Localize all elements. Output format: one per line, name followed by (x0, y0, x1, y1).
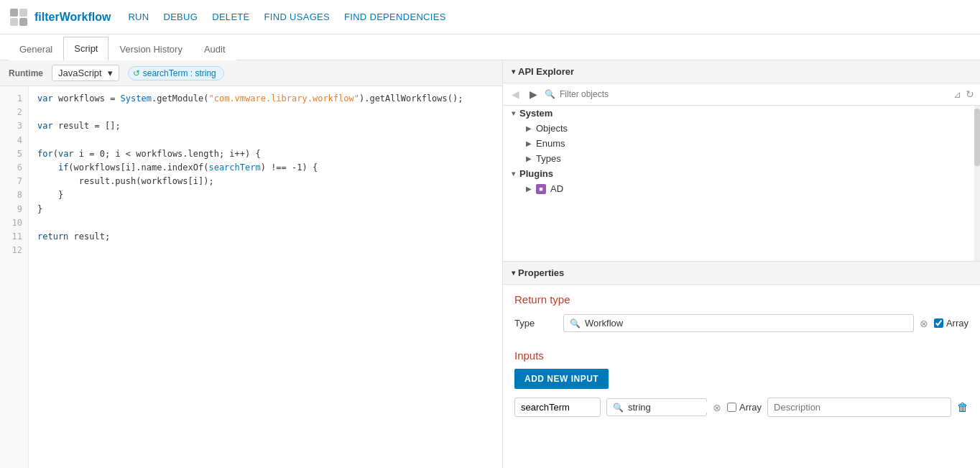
api-tree-content: ▾ System ▶ Objects ▶ Enums ▶ Types (503, 106, 974, 261)
input-row: 🔍 ⊗ Array 🗑 (514, 398, 969, 417)
svg-rect-2 (10, 18, 18, 26)
refresh-icon[interactable]: ↻ (966, 88, 974, 100)
type-label: Type (514, 318, 558, 329)
objects-expand-icon: ▶ (526, 124, 532, 132)
tree-enums[interactable]: ▶ Enums (503, 136, 974, 151)
tab-general[interactable]: General (9, 37, 63, 60)
search-icon: 🔍 (545, 89, 555, 99)
enums-label: Enums (536, 138, 565, 149)
types-expand-icon: ▶ (526, 155, 532, 162)
top-bar: filterWorkflow RUN DEBUG DELETE FIND USA… (0, 0, 980, 35)
type-clear-button[interactable]: ⊗ (920, 318, 928, 329)
param-badge-label: searchTerm : string (143, 68, 216, 78)
find-usages-button[interactable]: FIND USAGES (264, 12, 330, 22)
runtime-bar: Runtime JavaScript ▾ ↺ searchTerm : stri… (0, 60, 502, 86)
tree-ad[interactable]: ▶ ■ AD (503, 181, 974, 196)
input-type-clear-button[interactable]: ⊗ (713, 403, 721, 413)
tab-script[interactable]: Script (63, 37, 108, 60)
properties-header[interactable]: ▾ Properties (503, 262, 980, 285)
plugins-label: Plugins (519, 168, 553, 179)
types-label: Types (536, 153, 561, 164)
right-panel: ▾ API Explorer ◀ ▶ 🔍 ⊿ ↻ ▾ System (503, 60, 980, 468)
api-filter-input[interactable] (560, 89, 949, 99)
plugins-expand-icon: ▾ (512, 170, 515, 178)
app-logo: filterWorkflow (9, 7, 111, 27)
run-button[interactable]: RUN (128, 12, 149, 22)
objects-label: Objects (536, 123, 568, 134)
line-numbers: 12345 678910 1112 (0, 86, 29, 468)
api-filter-row: ◀ ▶ 🔍 ⊿ ↻ (503, 83, 980, 106)
type-input-wrapper[interactable]: 🔍 (563, 314, 914, 332)
enums-expand-icon: ▶ (526, 139, 532, 147)
input-description-field[interactable] (767, 398, 951, 417)
svg-rect-3 (19, 18, 27, 26)
system-label: System (519, 108, 553, 119)
type-field[interactable] (585, 318, 907, 329)
ad-plugin-icon: ■ (536, 184, 546, 194)
api-scrollbar-thumb[interactable] (974, 109, 980, 166)
input-delete-button[interactable]: 🗑 (957, 401, 969, 414)
debug-button[interactable]: DEBUG (163, 12, 198, 22)
svg-rect-0 (10, 9, 18, 17)
api-explorer-title: API Explorer (518, 66, 574, 77)
input-array-check: Array (727, 402, 762, 413)
input-name-field[interactable] (514, 398, 601, 417)
system-expand-icon: ▾ (512, 109, 515, 117)
input-array-label: Array (739, 402, 762, 413)
code-editor[interactable]: var workflows = System.getModule("com.vm… (29, 86, 502, 468)
badge-arrow-icon: ↺ (133, 68, 140, 78)
properties-panel: ▾ Properties Return type Type 🔍 ⊗ Array (503, 262, 980, 468)
tree-plugins[interactable]: ▾ Plugins (503, 166, 974, 181)
param-badge[interactable]: ↺ searchTerm : string (128, 66, 224, 81)
api-tree-scroll: ▾ System ▶ Objects ▶ Enums ▶ Types (503, 106, 980, 261)
tab-version-history[interactable]: Version History (108, 37, 193, 60)
type-search-icon: 🔍 (570, 318, 581, 329)
runtime-label: Runtime (9, 68, 43, 78)
api-explorer-chevron: ▾ (512, 68, 515, 75)
runtime-value: JavaScript (58, 68, 102, 78)
inputs-title: Inputs (514, 349, 969, 362)
ad-expand-icon: ▶ (526, 185, 532, 193)
main-layout: Runtime JavaScript ▾ ↺ searchTerm : stri… (0, 60, 980, 468)
input-type-search-icon: 🔍 (613, 403, 624, 413)
tree-objects[interactable]: ▶ Objects (503, 121, 974, 136)
tree-types[interactable]: ▶ Types (503, 151, 974, 166)
properties-chevron: ▾ (512, 269, 515, 277)
svg-rect-1 (19, 9, 27, 17)
left-panel: Runtime JavaScript ▾ ↺ searchTerm : stri… (0, 60, 503, 468)
props-content: Return type Type 🔍 ⊗ Array (503, 285, 980, 349)
logo-icon (9, 7, 29, 27)
api-scrollbar[interactable] (974, 106, 980, 261)
find-dependencies-button[interactable]: FIND DEPENDENCIES (344, 12, 446, 22)
top-actions: RUN DEBUG DELETE FIND USAGES FIND DEPEND… (128, 12, 445, 22)
type-row: Type 🔍 ⊗ Array (514, 314, 969, 332)
tab-bar: General Script Version History Audit (0, 35, 980, 60)
properties-title: Properties (518, 267, 564, 278)
array-check[interactable] (934, 318, 943, 328)
add-new-input-button[interactable]: ADD NEW INPUT (514, 369, 609, 389)
ad-label: AD (550, 183, 563, 194)
tree-system[interactable]: ▾ System (503, 106, 974, 121)
runtime-dropdown-icon: ▾ (108, 68, 113, 78)
array-checkbox: Array (934, 318, 969, 329)
tab-audit[interactable]: Audit (193, 37, 236, 60)
array-label: Array (946, 318, 969, 329)
delete-button[interactable]: DELETE (212, 12, 249, 22)
return-type-title: Return type (514, 293, 969, 306)
api-explorer: ▾ API Explorer ◀ ▶ 🔍 ⊿ ↻ ▾ System (503, 60, 980, 262)
input-array-checkbox[interactable] (727, 403, 736, 412)
input-type-wrapper[interactable]: 🔍 (606, 398, 707, 416)
api-back-button[interactable]: ◀ (509, 87, 522, 101)
inputs-section: Inputs ADD NEW INPUT 🔍 ⊗ Array 🗑 (503, 349, 980, 426)
filter-options-icon[interactable]: ⊿ (953, 89, 961, 100)
app-name: filterWorkflow (34, 11, 111, 24)
api-forward-button[interactable]: ▶ (527, 87, 540, 101)
runtime-select[interactable]: JavaScript ▾ (52, 65, 119, 81)
code-area: 12345 678910 1112 var workflows = System… (0, 86, 502, 468)
api-explorer-header[interactable]: ▾ API Explorer (503, 60, 980, 83)
